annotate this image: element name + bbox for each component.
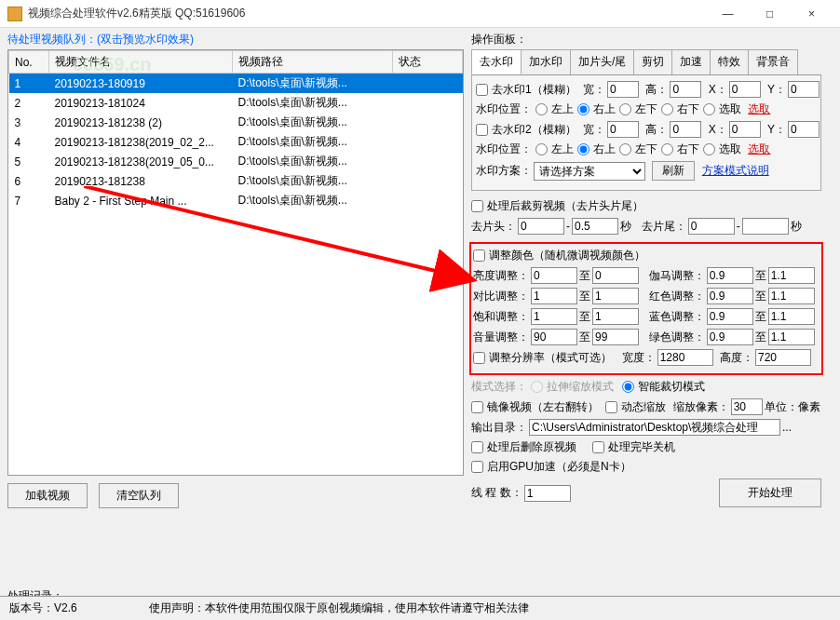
load-video-button[interactable]: 加载视频 bbox=[7, 483, 88, 508]
col-name[interactable]: 视频文件名 bbox=[48, 51, 232, 74]
scheme-select[interactable]: 请选择方案 bbox=[534, 162, 645, 181]
col-status[interactable]: 状态 bbox=[392, 51, 462, 74]
contrast-to[interactable] bbox=[592, 288, 639, 304]
wm2-pos-sel[interactable] bbox=[703, 143, 715, 155]
vol-from[interactable] bbox=[531, 329, 577, 345]
crop-head-from[interactable] bbox=[518, 218, 564, 235]
thread-count[interactable] bbox=[524, 485, 571, 502]
res-height[interactable] bbox=[755, 349, 811, 366]
scheme-refresh[interactable]: 刷新 bbox=[652, 161, 695, 181]
red-from[interactable] bbox=[707, 288, 753, 304]
red-to[interactable] bbox=[768, 288, 815, 304]
tab-cut[interactable]: 剪切 bbox=[633, 49, 672, 74]
wm2-y[interactable] bbox=[788, 121, 820, 138]
window-title: 视频综合处理软件v2.6精英版 QQ:51619606 bbox=[28, 6, 707, 21]
table-row[interactable]: 420190213-181238(2019_02_2...D:\tools\桌面… bbox=[9, 132, 463, 152]
mode-smart[interactable] bbox=[622, 381, 634, 393]
tab-bgm[interactable]: 背景音 bbox=[748, 49, 798, 74]
crop-tail-from[interactable] bbox=[688, 218, 735, 235]
gpu-checkbox[interactable] bbox=[471, 461, 483, 473]
minimize-button[interactable]: — bbox=[707, 0, 749, 28]
vol-to[interactable] bbox=[592, 329, 639, 345]
browse-icon[interactable]: ... bbox=[782, 421, 792, 434]
wm2-pick-link[interactable]: 选取 bbox=[748, 142, 770, 157]
green-from[interactable] bbox=[707, 329, 753, 345]
wm1-pos-lt[interactable] bbox=[535, 103, 548, 115]
wm1-x[interactable] bbox=[729, 81, 761, 98]
wm2-pos-rt[interactable] bbox=[577, 143, 589, 155]
app-icon bbox=[7, 7, 22, 21]
wm2-label: 去水印2（模糊） bbox=[492, 122, 576, 138]
delete-original-checkbox[interactable] bbox=[471, 441, 483, 453]
dynamic-zoom-checkbox[interactable] bbox=[605, 401, 617, 413]
wm1-pos-rb[interactable] bbox=[661, 103, 673, 115]
wm2-checkbox[interactable] bbox=[476, 124, 488, 136]
start-button[interactable]: 开始处理 bbox=[719, 478, 821, 507]
col-path[interactable]: 视频路径 bbox=[233, 51, 393, 74]
green-to[interactable] bbox=[768, 329, 815, 345]
wm2-width[interactable] bbox=[607, 121, 639, 138]
wm2-pos-lb[interactable] bbox=[619, 143, 631, 155]
wm2-pos-lt[interactable] bbox=[535, 143, 548, 155]
blue-from[interactable] bbox=[707, 308, 753, 325]
contrast-from[interactable] bbox=[531, 288, 577, 304]
wm2-x[interactable] bbox=[729, 121, 761, 138]
shutdown-checkbox[interactable] bbox=[592, 441, 604, 453]
tab-add-watermark[interactable]: 加水印 bbox=[521, 49, 571, 74]
table-row[interactable]: 520190213-181238(2019_05_0...D:\tools\桌面… bbox=[9, 152, 463, 171]
wm2-height[interactable] bbox=[670, 121, 701, 138]
tab-remove-watermark[interactable]: 去水印 bbox=[471, 49, 522, 74]
wm1-width[interactable] bbox=[607, 81, 639, 98]
wm1-label: 去水印1（模糊） bbox=[492, 82, 576, 98]
video-list-label: 待处理视频队列：(双击预览水印效果) bbox=[7, 32, 464, 47]
clear-queue-button[interactable]: 清空队列 bbox=[99, 483, 179, 508]
res-width[interactable] bbox=[657, 349, 713, 366]
col-no[interactable]: No. bbox=[9, 51, 49, 74]
output-dir[interactable] bbox=[529, 419, 780, 436]
gamma-from[interactable] bbox=[707, 267, 753, 284]
tab-add-intro[interactable]: 加片头/尾 bbox=[570, 49, 634, 74]
wm1-pos-lb[interactable] bbox=[619, 103, 631, 115]
footer-note: 本软件使用范围仅限于原创视频编辑，使用本软件请遵守相关法律 bbox=[205, 601, 529, 614]
table-row[interactable]: 220190213-181024D:\tools\桌面\新视频... bbox=[9, 93, 463, 113]
mirror-checkbox[interactable] bbox=[471, 401, 483, 413]
gamma-to[interactable] bbox=[768, 267, 815, 284]
wm1-pick-link[interactable]: 选取 bbox=[748, 101, 770, 117]
crop-tail-to[interactable] bbox=[742, 218, 789, 235]
sat-to[interactable] bbox=[592, 308, 639, 325]
blue-to[interactable] bbox=[768, 308, 815, 325]
wm2-pos-rb[interactable] bbox=[661, 143, 673, 155]
table-row[interactable]: 7Baby 2 - First Step Main ...D:\tools\桌面… bbox=[9, 191, 463, 210]
wm1-pos-sel[interactable] bbox=[703, 103, 715, 115]
crop-head-to[interactable] bbox=[572, 218, 618, 235]
color-checkbox[interactable] bbox=[473, 249, 485, 262]
zoom-px[interactable] bbox=[731, 398, 763, 415]
panel-label: 操作面板： bbox=[471, 32, 821, 47]
close-button[interactable]: × bbox=[791, 0, 833, 28]
tab-speed[interactable]: 加速 bbox=[671, 49, 711, 74]
table-row[interactable]: 120190213-180919D:\tools\桌面\新视频... bbox=[9, 74, 463, 94]
wm1-y[interactable] bbox=[788, 81, 820, 98]
scheme-note-link[interactable]: 方案模式说明 bbox=[702, 163, 769, 179]
brightness-from[interactable] bbox=[531, 267, 577, 284]
tab-effects[interactable]: 特效 bbox=[710, 49, 749, 74]
crop-checkbox[interactable] bbox=[471, 200, 483, 212]
version-value: V2.6 bbox=[54, 601, 77, 614]
wm1-height[interactable] bbox=[670, 81, 701, 98]
video-table[interactable]: No. 视频文件名 视频路径 状态 120190213-180919D:\too… bbox=[7, 49, 464, 476]
table-row[interactable]: 320190213-181238 (2)D:\tools\桌面\新视频... bbox=[9, 113, 463, 132]
wm1-checkbox[interactable] bbox=[476, 84, 488, 96]
brightness-to[interactable] bbox=[592, 267, 639, 284]
sat-from[interactable] bbox=[531, 308, 577, 325]
table-row[interactable]: 620190213-181238D:\tools\桌面\新视频... bbox=[9, 171, 463, 191]
maximize-button[interactable]: □ bbox=[749, 0, 791, 28]
resolution-checkbox[interactable] bbox=[473, 352, 485, 364]
wm1-pos-rt[interactable] bbox=[577, 103, 589, 115]
mode-stretch bbox=[531, 381, 543, 393]
